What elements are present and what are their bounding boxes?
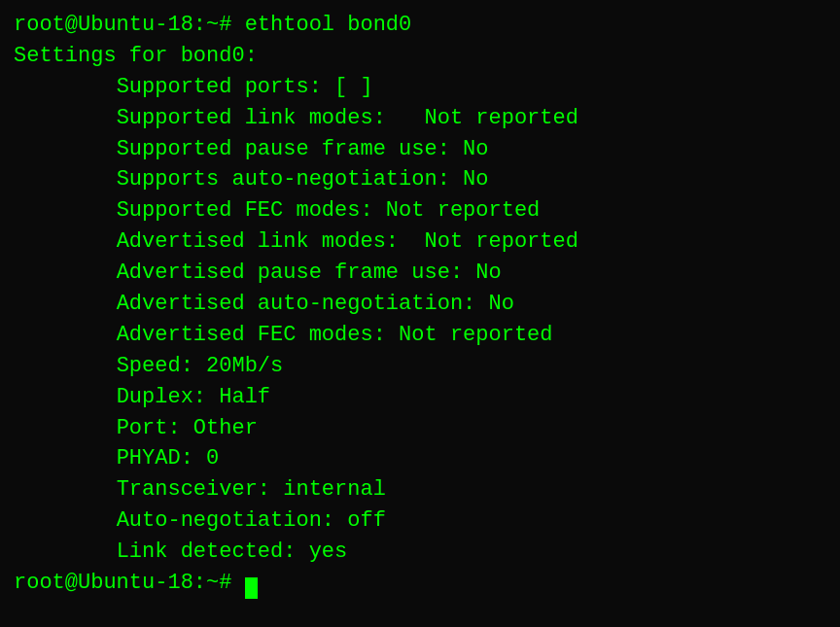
terminal-line-prompt: root@Ubuntu-18:~# xyxy=(14,568,826,599)
terminal-line-phyad: PHYAD: 0 xyxy=(14,443,826,474)
terminal-line-supports_autoneg: Supports auto-negotiation: No xyxy=(14,164,826,195)
terminal-window: root@Ubuntu-18:~# ethtool bond0Settings … xyxy=(14,10,826,617)
terminal-line-advertised_fec: Advertised FEC modes: Not reported xyxy=(14,320,826,351)
terminal-line-port: Port: Other xyxy=(14,413,826,444)
terminal-line-advertised_link: Advertised link modes: Not reported xyxy=(14,226,826,258)
terminal-line-supported_pause: Supported pause frame use: No xyxy=(14,134,826,165)
terminal-cursor xyxy=(245,577,258,599)
terminal-line-duplex: Duplex: Half xyxy=(14,382,826,413)
terminal-line-link_detected: Link detected: yes xyxy=(14,537,826,568)
terminal-line-supported_ports: Supported ports: [ ] xyxy=(14,72,826,103)
terminal-line-cmd: root@Ubuntu-18:~# ethtool bond0 xyxy=(14,10,826,41)
terminal-line-supported_fec: Supported FEC modes: Not reported xyxy=(14,195,826,226)
terminal-line-supported_link: Supported link modes: Not reported xyxy=(14,103,826,134)
terminal-line-settings: Settings for bond0: xyxy=(14,41,826,72)
terminal-line-transceiver: Transceiver: internal xyxy=(14,474,826,505)
terminal-line-advertised_autoneg: Advertised auto-negotiation: No xyxy=(14,289,826,320)
terminal-line-speed: Speed: 20Mb/s xyxy=(14,351,826,382)
terminal-line-autoneg: Auto-negotiation: off xyxy=(14,505,826,537)
terminal-line-advertised_pause: Advertised pause frame use: No xyxy=(14,258,826,289)
